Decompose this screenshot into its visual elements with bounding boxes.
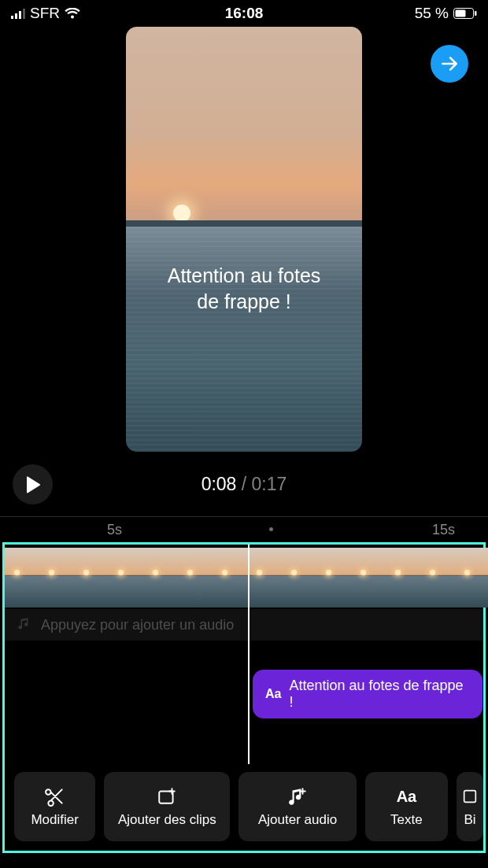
add-clip-icon: [157, 785, 177, 807]
video-track[interactable]: [5, 548, 483, 608]
library-icon: [461, 785, 479, 807]
thumb: [316, 548, 351, 608]
scissors-icon: [45, 785, 65, 807]
add-audio-button[interactable]: Ajouter audio: [238, 772, 357, 841]
thumb: [351, 548, 386, 608]
arrow-right-icon: [439, 54, 460, 74]
audio-track[interactable]: Appuyez pour ajouter un audio: [5, 609, 483, 641]
text-icon: Aa: [397, 785, 417, 807]
add-clips-label: Ajouter des clips: [118, 812, 216, 828]
modify-label: Modifier: [31, 812, 78, 828]
caption-line-2: de frappe !: [126, 289, 362, 315]
thumb: [39, 548, 74, 608]
text-clip-icon: Aa: [265, 687, 281, 701]
extra-label: Bi: [464, 812, 475, 828]
ruler-15s: 15s: [432, 522, 455, 538]
thumb: [420, 548, 455, 608]
thumb: [74, 548, 109, 608]
time-total: 0:17: [252, 474, 287, 494]
thumb: [213, 548, 247, 608]
timeline-ruler[interactable]: 5s 15s: [0, 517, 488, 542]
add-audio-label: Ajouter audio: [258, 812, 337, 828]
thumb: [109, 548, 143, 608]
extra-button[interactable]: Bi: [457, 772, 483, 841]
modify-button[interactable]: Modifier: [14, 772, 95, 841]
toolbar: Modifier Ajouter des clips Ajouter audio…: [14, 772, 483, 841]
ruler-dot: [269, 527, 273, 531]
text-clip-label: Attention au fotes de frappe !: [289, 678, 470, 711]
audio-hint-label: Appuyez pour ajouter un audio: [41, 617, 234, 633]
thumb: [455, 548, 488, 608]
thumb: [386, 548, 420, 608]
video-preview[interactable]: Attention au fotes de frappe !: [126, 27, 362, 452]
text-button[interactable]: Aa Texte: [365, 772, 448, 841]
caption-line-1: Attention au fotes: [126, 263, 362, 289]
next-button[interactable]: [431, 45, 468, 83]
add-clips-button[interactable]: Ajouter des clips: [104, 772, 230, 841]
time-current: 0:08: [201, 474, 237, 494]
preview-area: Attention au fotes de frappe !: [0, 27, 488, 458]
text-clip[interactable]: Aa Attention au fotes de frappe !: [253, 670, 482, 718]
ruler-5s: 5s: [107, 522, 122, 538]
status-bar: SFR 16:08 55 %: [0, 0, 488, 27]
music-note-icon: [17, 616, 31, 634]
add-audio-icon: [287, 785, 308, 807]
caption-overlay: Attention au fotes de frappe !: [126, 263, 362, 314]
thumb: [143, 548, 178, 608]
thumb: [5, 548, 39, 608]
status-time: 16:08: [0, 5, 488, 22]
time-label: 0:08 / 0:17: [0, 474, 488, 495]
svg-rect-4: [464, 791, 476, 803]
thumb: [282, 548, 316, 608]
thumb: [178, 548, 213, 608]
timeline-editor: Appuyez pour ajouter un audio Aa Attenti…: [2, 542, 486, 853]
text-label: Texte: [390, 812, 423, 828]
thumb: [247, 548, 282, 608]
playhead[interactable]: [248, 545, 250, 764]
svg-rect-3: [160, 792, 173, 803]
